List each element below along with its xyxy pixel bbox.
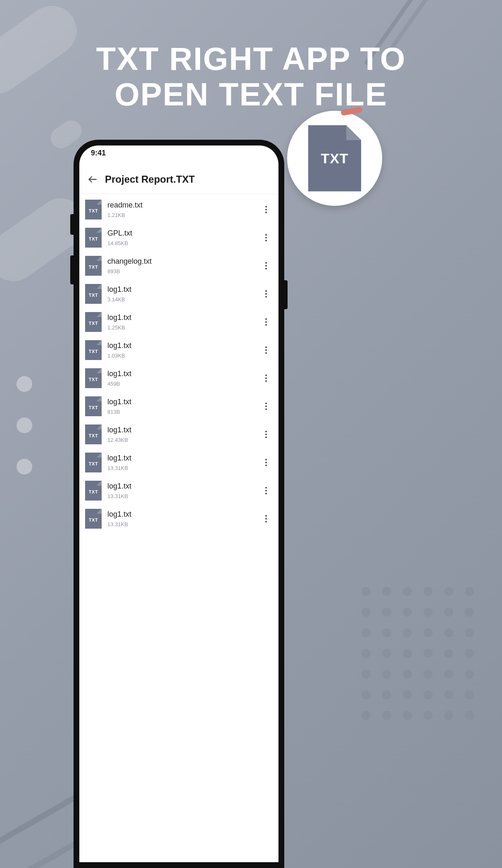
dot-icon — [265, 318, 267, 320]
dot-icon — [265, 377, 267, 379]
file-size: 1.25KB — [107, 324, 255, 331]
file-row[interactable]: TXT log1.txt 1.03KB — [79, 336, 278, 364]
dot-icon — [265, 234, 267, 236]
file-row[interactable]: TXT log1.txt 3.14KB — [79, 280, 278, 308]
file-info: readme.txt 1.21KB — [107, 201, 255, 218]
file-info: GPL.txt 14.85KB — [107, 229, 255, 246]
file-icon-label: TXT — [89, 405, 98, 410]
app-header: Project Report.TXT — [79, 158, 278, 194]
file-name: log1.txt — [107, 398, 255, 406]
badge-icon-label: TXT — [321, 150, 348, 167]
file-info: log1.txt 13.31KB — [107, 454, 255, 471]
dot-icon — [265, 262, 267, 264]
file-overflow-menu[interactable] — [261, 260, 271, 272]
file-icon-label: TXT — [89, 517, 98, 522]
txt-file-icon: TXT — [85, 424, 102, 444]
dot-icon — [265, 403, 267, 404]
file-row[interactable]: TXT log1.txt 1.25KB — [79, 308, 278, 336]
file-overflow-menu[interactable] — [261, 400, 271, 413]
file-overflow-menu[interactable] — [261, 231, 271, 244]
txt-file-icon: TXT — [85, 396, 102, 416]
txt-file-icon: TXT — [308, 125, 361, 191]
file-overflow-menu[interactable] — [261, 456, 271, 469]
file-row[interactable]: TXT readme.txt 1.21KB — [79, 196, 278, 224]
dot-icon — [265, 237, 267, 238]
file-row[interactable]: TXT log1.txt 13.31KB — [79, 448, 278, 477]
phone-screen: 9:41 Project Report.TXT TXT readme.txt 1… — [79, 145, 278, 862]
dot-icon — [265, 290, 267, 292]
dot-icon — [265, 321, 267, 323]
dot-icon — [265, 436, 267, 438]
dot-icon — [265, 408, 267, 410]
status-time: 9:41 — [91, 149, 106, 157]
file-icon-label: TXT — [89, 349, 98, 354]
dot-icon — [265, 380, 267, 382]
dot-icon — [265, 296, 267, 298]
file-name: log1.txt — [107, 454, 255, 463]
file-size: 12.43KB — [107, 437, 255, 443]
txt-file-icon: TXT — [85, 284, 102, 304]
file-name: readme.txt — [107, 201, 255, 210]
file-overflow-menu[interactable] — [261, 288, 271, 300]
file-size: 1.03KB — [107, 353, 255, 359]
file-size: 13.31KB — [107, 521, 255, 527]
file-icon-label: TXT — [89, 433, 98, 438]
file-size: 893B — [107, 268, 255, 274]
file-icon-label: TXT — [89, 377, 98, 382]
file-info: log1.txt 13.31KB — [107, 510, 255, 527]
file-row[interactable]: TXT log1.txt 813B — [79, 392, 278, 420]
file-overflow-menu[interactable] — [261, 428, 271, 441]
file-info: log1.txt 3.14KB — [107, 285, 255, 303]
file-name: log1.txt — [107, 370, 255, 378]
dot-icon — [265, 212, 267, 213]
file-info: log1.txt 813B — [107, 398, 255, 415]
decorative-dots — [353, 579, 502, 785]
file-info: log1.txt 12.43KB — [107, 426, 255, 443]
file-overflow-menu[interactable] — [261, 344, 271, 356]
back-button[interactable] — [87, 174, 98, 185]
file-size: 3.14KB — [107, 296, 255, 303]
file-name: changelog.txt — [107, 257, 255, 266]
dot-icon — [265, 431, 267, 432]
file-overflow-menu[interactable] — [261, 484, 271, 497]
file-overflow-menu[interactable] — [261, 316, 271, 328]
dot-icon — [265, 459, 267, 460]
file-size: 1.21KB — [107, 212, 255, 218]
txt-file-icon: TXT — [85, 200, 102, 219]
file-row[interactable]: TXT GPL.txt 14.85KB — [79, 224, 278, 252]
txt-badge: TXT — [287, 111, 382, 206]
file-list[interactable]: TXT readme.txt 1.21KB TXT GPL.txt 14.85K… — [79, 194, 278, 533]
file-row[interactable]: TXT log1.txt 13.31KB — [79, 505, 278, 533]
file-row[interactable]: TXT log1.txt 459B — [79, 364, 278, 392]
file-size: 813B — [107, 409, 255, 415]
file-name: log1.txt — [107, 426, 255, 434]
file-icon-label: TXT — [89, 236, 98, 241]
txt-file-icon: TXT — [85, 256, 102, 276]
file-icon-label: TXT — [89, 321, 98, 326]
hero-title-line1: TXT RIGHT APP TO — [0, 41, 502, 77]
file-name: log1.txt — [107, 341, 255, 350]
dot-icon — [265, 405, 267, 407]
file-info: log1.txt 459B — [107, 370, 255, 387]
dot-icon — [265, 465, 267, 466]
file-icon-label: TXT — [89, 489, 98, 494]
file-name: log1.txt — [107, 313, 255, 322]
file-name: log1.txt — [107, 285, 255, 294]
dot-icon — [265, 487, 267, 489]
file-size: 13.31KB — [107, 493, 255, 499]
phone-mockup: 9:41 Project Report.TXT TXT readme.txt 1… — [74, 140, 284, 868]
file-overflow-menu[interactable] — [261, 203, 271, 216]
file-overflow-menu[interactable] — [261, 372, 271, 384]
txt-file-icon: TXT — [85, 312, 102, 332]
file-row[interactable]: TXT log1.txt 13.31KB — [79, 477, 278, 505]
file-row[interactable]: TXT log1.txt 12.43KB — [79, 420, 278, 448]
file-size: 14.85KB — [107, 240, 255, 246]
file-icon-label: TXT — [89, 265, 98, 269]
file-icon-label: TXT — [89, 293, 98, 298]
file-row[interactable]: TXT changelog.txt 893B — [79, 252, 278, 280]
status-bar: 9:41 — [79, 145, 278, 158]
txt-file-icon: TXT — [85, 453, 102, 472]
back-arrow-icon — [87, 174, 98, 185]
file-size: 13.31KB — [107, 465, 255, 471]
file-overflow-menu[interactable] — [261, 513, 271, 525]
